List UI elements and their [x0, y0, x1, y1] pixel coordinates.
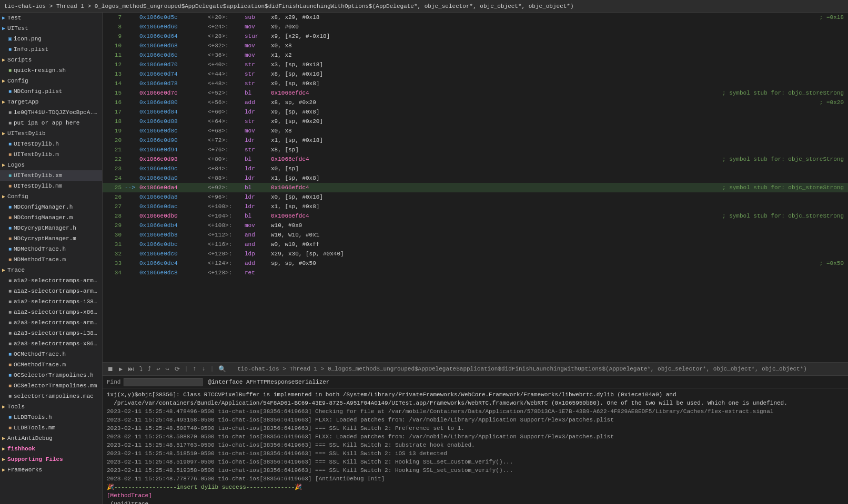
sidebar-item-a1a2-arm64[interactable]: ■a1a2-selectortramps-arm64.s: [0, 286, 102, 296]
sidebar-item-ocmethodtrace-h[interactable]: ■OCMethodTrace.h: [0, 349, 102, 359]
sidebar-item-selectortrampolines-mac[interactable]: ■selectortrampolines.mac: [0, 391, 102, 402]
sidebar-item-mdconfig-plist[interactable]: ■MDConfig.plist: [0, 86, 102, 97]
code-line-29[interactable]: 290x1066e0db4<+108>:movw10, #0x0: [103, 221, 848, 230]
code-line-8[interactable]: 80x1066e0d60<+24>:movx9, #0x0: [103, 22, 848, 32]
sidebar-item-icon-png[interactable]: ▣icon.png: [0, 34, 102, 44]
console-line: 2023-02-11 15:25:48.508740-0500 tio-chat…: [107, 424, 844, 433]
sidebar-icon-uitest: ▶: [2, 25, 5, 32]
sidebar-item-put-ipa[interactable]: ■put ipa or app here: [0, 118, 102, 128]
sidebar-label-mdconfig-plist: MDConfig.plist: [14, 88, 62, 95]
code-line-12[interactable]: 120x1066e0d70<+40>:strx3, [sp, #0x18]: [103, 60, 848, 69]
sidebar-item-targetapp[interactable]: ▶TargetApp: [0, 97, 102, 107]
code-line-23[interactable]: 230x1066e0d9c<+84>:ldrx0, [sp]: [103, 164, 848, 173]
sidebar-item-lldbtools-h[interactable]: ■LLDBTools.h: [0, 412, 102, 423]
sidebar-item-tools[interactable]: ▶Tools: [0, 402, 102, 412]
sidebar-icon-uitestdylib-h: ■: [8, 141, 12, 147]
code-line-13[interactable]: 130x1066e0d74<+44>:strx8, [sp, #0x10]: [103, 69, 848, 79]
code-line-10[interactable]: 100x1066e0d68<+32>:movx0, x8: [103, 41, 848, 50]
sidebar-item-mdconfigmanager-m[interactable]: ■MDConfigManager.m: [0, 212, 102, 223]
code-line-27[interactable]: 270x1066e0dac<+100>:ldrx1, [sp, #0x8]: [103, 202, 848, 211]
sidebar-item-ocselectortrampolines-h[interactable]: ■OCSelectorTrampolines.h: [0, 370, 102, 380]
sidebar-item-logos[interactable]: ▶Logos: [0, 160, 102, 170]
line-addr: 0x1066e0da0: [139, 175, 208, 181]
code-line-9[interactable]: 90x1066e0d64<+28>:sturx9, [x29, #-0x18]: [103, 32, 848, 41]
sidebar-item-uitestdylib-m[interactable]: ■UITestDylib.m: [0, 149, 102, 160]
code-line-26[interactable]: 260x1066e0da8<+96>:ldrx0, [sp, #0x10]: [103, 192, 848, 202]
console-output[interactable]: 1xj(x,y)$objc[38356]: Class RTCCVPixelBu…: [103, 388, 848, 504]
sidebar-item-a2a3-i386[interactable]: ■a2a3-selectortramps-i386.s: [0, 328, 102, 338]
toolbar-search-btn[interactable]: 🔍: [217, 365, 228, 374]
code-line-22[interactable]: 220x1066e0d98<+80>:bl0x1066efdc4; symbol…: [103, 155, 848, 164]
sidebar-item-test[interactable]: ▶Test: [0, 13, 102, 23]
sidebar-item-quick-resign[interactable]: ■quick-resign.sh: [0, 65, 102, 76]
sidebar-item-mdmethodtrace-m[interactable]: ■MDMethodTrace.m: [0, 254, 102, 265]
sidebar-item-a1a2-arm[interactable]: ■a1a2-selectortramps-arm.s: [0, 275, 102, 286]
sidebar-item-a2a3-arm[interactable]: ■a2a3-selectortramps-arm.s: [0, 317, 102, 328]
sidebar-item-uitestdylib-xm[interactable]: ■UITestDylib.xm: [0, 170, 102, 181]
sidebar-item-lldbtools-mm[interactable]: ■LLDBTools.mm: [0, 423, 102, 433]
code-line-34[interactable]: 340x1066e0dc8<+128>:ret: [103, 268, 848, 277]
find-input[interactable]: [124, 378, 203, 386]
sidebar-item-supporting-files[interactable]: ▶Supporting Files: [0, 454, 102, 465]
line-mnemonic: bl: [245, 213, 271, 219]
code-line-33[interactable]: 330x1066e0dc4<+124>:addsp, sp, #0x50; =0…: [103, 259, 848, 268]
code-line-28[interactable]: 280x1066e0db0<+104>:bl0x1066efdc4; symbo…: [103, 211, 848, 221]
toolbar-stepinto-btn[interactable]: ⤵: [138, 365, 144, 374]
sidebar-item-frameworks[interactable]: ▶Frameworks: [0, 465, 102, 475]
code-line-18[interactable]: 180x1066e0d88<+64>:strx9, [sp, #0x20]: [103, 117, 848, 126]
sidebar-item-config[interactable]: ▶Config: [0, 76, 102, 86]
code-line-30[interactable]: 300x1066e0db8<+112>:andw10, w10, #0x1: [103, 230, 848, 240]
main-layout: ▶Test▶UITest▣icon.png■Info.plist▶Scripts…: [0, 13, 848, 504]
sidebar-item-uitestdylib[interactable]: ▶UITestDylib: [0, 128, 102, 139]
line-addr: 0x1066e0d70: [139, 61, 208, 68]
sidebar-item-le0qth41u[interactable]: ■le0QTH41U-TDQJZYocBpcA...: [0, 107, 102, 118]
line-offset: <+28>:: [208, 33, 245, 39]
sidebar: ▶Test▶UITest▣icon.png■Info.plist▶Scripts…: [0, 13, 103, 504]
sidebar-item-a1a2-i386[interactable]: ■a1a2-selectortramps-i386.s: [0, 296, 102, 307]
line-offset: <+44>:: [208, 71, 245, 77]
code-line-20[interactable]: 200x1066e0d90<+72>:ldrx1, [sp, #0x18]: [103, 136, 848, 145]
code-line-17[interactable]: 170x1066e0d84<+60>:ldrx9, [sp, #0x8]: [103, 107, 848, 117]
code-line-16[interactable]: 160x1066e0d80<+56>:addx8, sp, #0x20; =0x…: [103, 98, 848, 107]
sidebar-item-trace[interactable]: ▶Trace: [0, 265, 102, 275]
line-mnemonic: str: [245, 118, 271, 125]
line-addr: 0x1066e0d60: [139, 24, 208, 30]
sidebar-item-mdcycryptmanager-h[interactable]: ■MDCycryptManager.h: [0, 223, 102, 233]
code-line-7[interactable]: 70x1066e0d5c<+20>:subx8, x29, #0x18; =0x…: [103, 13, 848, 22]
code-line-25[interactable]: 25-->0x1066e0da4<+92>:bl0x1066efdc4; sym…: [103, 183, 848, 192]
code-line-31[interactable]: 310x1066e0dbc<+116>:andw0, w10, #0xff: [103, 240, 848, 249]
toolbar-down-btn[interactable]: ↓: [200, 365, 207, 373]
sidebar-item-ocselectortrampolines-mm[interactable]: ■OCSelectorTrampolines.mm: [0, 380, 102, 391]
code-line-21[interactable]: 210x1066e0d94<+76>:strx8, [sp]: [103, 145, 848, 155]
toolbar-stepover-btn[interactable]: ⏭: [126, 365, 136, 374]
toolbar-stop-btn[interactable]: ⏹: [106, 365, 115, 374]
sidebar-item-antiantidebug[interactable]: ▶AntiAntiDebug: [0, 433, 102, 444]
sidebar-item-a1a2-x86[interactable]: ■a1a2-selectortramps-x86_6...: [0, 307, 102, 317]
sidebar-item-a2a3-x86[interactable]: ■a2a3-selectortramps-x86_6...: [0, 338, 102, 349]
code-line-24[interactable]: 240x1066e0da0<+88>:ldrx1, [sp, #0x8]: [103, 173, 848, 183]
code-line-15[interactable]: 150x1066e0d7c<+52>:bl0x1066efdc4; symbol…: [103, 88, 848, 98]
sidebar-item-mdmethodtrace-h[interactable]: ■MDMethodTrace.h: [0, 244, 102, 254]
sidebar-item-info-plist[interactable]: ■Info.plist: [0, 44, 102, 55]
code-line-19[interactable]: 190x1066e0d8c<+68>:movx0, x8: [103, 126, 848, 136]
toolbar-restart-btn[interactable]: ⟳: [173, 365, 181, 374]
code-line-14[interactable]: 140x1066e0d78<+48>:strx9, [sp, #0x8]: [103, 79, 848, 88]
sidebar-item-scripts[interactable]: ▶Scripts: [0, 55, 102, 65]
toolbar-play-btn[interactable]: ▶: [117, 365, 124, 374]
disasm-area[interactable]: 70x1066e0d5c<+20>:subx8, x29, #0x18; =0x…: [103, 13, 848, 362]
sidebar-item-mdcycryptmanager-m[interactable]: ■MDCycryptManager.m: [0, 233, 102, 244]
sidebar-item-fishhook[interactable]: ▶fishhook: [0, 444, 102, 454]
code-line-32[interactable]: 320x1066e0dc0<+120>:ldpx29, x30, [sp, #0…: [103, 249, 848, 259]
toolbar-continue-btn[interactable]: ↩: [155, 365, 161, 374]
sidebar-item-ocmethodtrace-m[interactable]: ■OCMethodTrace.m: [0, 359, 102, 370]
toolbar-up-btn[interactable]: ↑: [191, 365, 198, 373]
toolbar-thread-btn[interactable]: ↪: [164, 365, 170, 374]
toolbar-stepout-btn[interactable]: ⤴: [146, 365, 153, 374]
sidebar-item-mdconfigmanager-h[interactable]: ■MDConfigManager.h: [0, 202, 102, 212]
sidebar-item-config2[interactable]: ▶Config: [0, 191, 102, 202]
sidebar-item-uitestdylib-h[interactable]: ■UITestDylib.h: [0, 139, 102, 149]
console-line: 2023-02-11 15:25:48.493158-0500 tio-chat…: [107, 416, 844, 424]
code-line-11[interactable]: 110x1066e0d6c<+36>:movx1, x2: [103, 50, 848, 60]
sidebar-item-uitestdylib-mm[interactable]: ■UITestDylib.mm: [0, 181, 102, 191]
sidebar-item-uitest[interactable]: ▶UITest: [0, 23, 102, 34]
